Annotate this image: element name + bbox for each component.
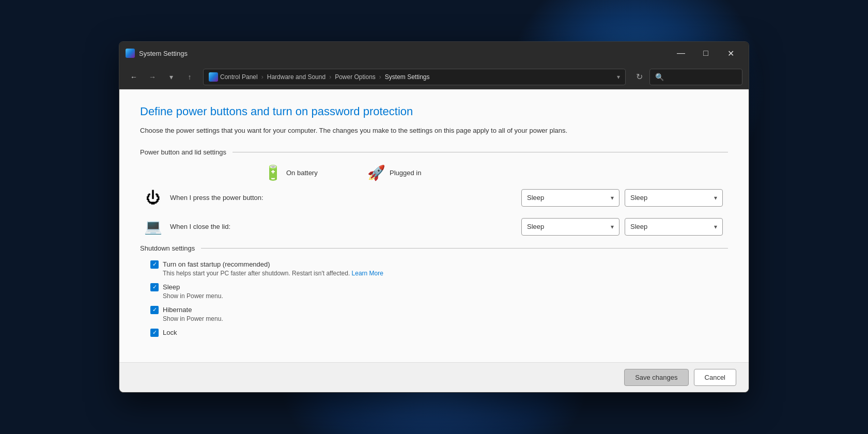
hibernate-row: ✓ Hibernate Show in Power menu. xyxy=(140,306,728,322)
footer: Save changes Cancel xyxy=(119,362,749,392)
lock-checkbox-main: ✓ Lock xyxy=(150,329,728,337)
lid-icon: 💻 xyxy=(144,218,162,235)
shutdown-section-header: Shutdown settings xyxy=(140,244,728,252)
search-icon: 🔍 xyxy=(655,73,664,81)
lid-plugged-dropdown-value: Sleep xyxy=(630,223,714,230)
page-description: Choose the power settings that you want … xyxy=(140,126,728,136)
window-title: System Settings xyxy=(139,50,669,57)
power-battery-dropdown-arrow: ▾ xyxy=(611,194,614,202)
power-plugged-dropdown-value: Sleep xyxy=(630,194,714,202)
save-changes-button[interactable]: Save changes xyxy=(624,369,688,386)
fast-startup-checkbox[interactable]: ✓ xyxy=(150,260,159,269)
page-body: Define power buttons and turn on passwor… xyxy=(119,89,749,362)
lock-row: ✓ Lock xyxy=(140,329,728,338)
sleep-row: ✓ Sleep Show in Power menu. xyxy=(140,283,728,300)
hibernate-checkmark: ✓ xyxy=(152,307,157,313)
power-button-icon-area: ⏻ xyxy=(140,189,166,206)
hibernate-sub: Show in Power menu. xyxy=(163,315,728,322)
power-button-row-label: When I press the power button: xyxy=(166,194,521,202)
fast-startup-checkmark: ✓ xyxy=(152,261,157,267)
power-button-icon: ⏻ xyxy=(146,189,160,206)
power-section-header: Power button and lid settings xyxy=(140,148,728,156)
sleep-checkmark: ✓ xyxy=(152,284,157,290)
window-controls: — □ ✕ xyxy=(669,45,742,61)
app-icon xyxy=(126,49,135,58)
section-divider xyxy=(233,152,728,152)
content-area: Define power buttons and turn on passwor… xyxy=(119,89,749,392)
fast-startup-checkbox-main: ✓ Turn on fast startup (recommended) xyxy=(150,260,728,269)
power-battery-dropdown[interactable]: Sleep ▾ xyxy=(521,189,619,207)
battery-column-label: On battery xyxy=(286,169,318,177)
lock-label: Lock xyxy=(163,329,177,336)
minimize-button[interactable]: — xyxy=(669,45,693,61)
learn-more-link[interactable]: Learn More xyxy=(352,270,383,277)
system-settings-window: System Settings — □ ✕ ← → ▾ ↑ Control Pa… xyxy=(119,41,749,393)
lid-battery-dropdown[interactable]: Sleep ▾ xyxy=(521,218,619,236)
shutdown-section-divider xyxy=(201,248,728,249)
lid-icon-area: 💻 xyxy=(140,218,166,235)
power-plugged-dropdown-arrow: ▾ xyxy=(714,194,717,202)
breadcrumb-sep-3: › xyxy=(379,73,381,81)
plugged-icon: 🚀 xyxy=(367,164,385,181)
plugged-column-label: Plugged in xyxy=(390,169,421,177)
breadcrumb-hardware[interactable]: Hardware and Sound xyxy=(267,73,326,81)
hibernate-label: Hibernate xyxy=(163,306,192,314)
address-bar[interactable]: Control Panel › Hardware and Sound › Pow… xyxy=(203,69,626,85)
breadcrumb-control-panel[interactable]: Control Panel xyxy=(220,73,258,81)
shutdown-section-label: Shutdown settings xyxy=(140,244,195,252)
sleep-checkbox-main: ✓ Sleep xyxy=(150,283,728,291)
fast-startup-sub-text: This helps start your PC faster after sh… xyxy=(163,270,350,277)
breadcrumb-power[interactable]: Power Options xyxy=(335,73,376,81)
forward-button[interactable]: → xyxy=(144,69,161,85)
sleep-checkbox[interactable]: ✓ xyxy=(150,283,159,291)
breadcrumb-sep-2: › xyxy=(329,73,331,81)
recent-locations-button[interactable]: ▾ xyxy=(163,69,179,85)
sleep-label: Sleep xyxy=(163,283,180,291)
fast-startup-label: Turn on fast startup (recommended) xyxy=(163,260,270,268)
page-title: Define power buttons and turn on passwor… xyxy=(140,105,728,118)
back-button[interactable]: ← xyxy=(126,69,142,85)
lock-checkmark: ✓ xyxy=(152,330,157,335)
lid-row-label: When I close the lid: xyxy=(166,223,521,230)
breadcrumb-sep-1: › xyxy=(261,73,264,81)
lid-plugged-dropdown[interactable]: Sleep ▾ xyxy=(625,218,723,236)
sleep-sub: Show in Power menu. xyxy=(163,292,728,300)
lid-close-row: 💻 When I close the lid: Sleep ▾ Sleep ▾ xyxy=(140,215,728,238)
power-button-row: ⏻ When I press the power button: Sleep ▾… xyxy=(140,187,728,209)
up-button[interactable]: ↑ xyxy=(181,69,198,85)
address-dropdown-arrow[interactable]: ▾ xyxy=(617,73,620,81)
hibernate-checkbox[interactable]: ✓ xyxy=(150,306,159,314)
battery-icon: 🔋 xyxy=(264,164,282,181)
power-plugged-dropdown[interactable]: Sleep ▾ xyxy=(625,189,723,207)
lid-plugged-dropdown-arrow: ▾ xyxy=(714,223,717,230)
fast-startup-sub: This helps start your PC faster after sh… xyxy=(163,270,728,277)
title-bar: System Settings — □ ✕ xyxy=(119,42,749,65)
power-section-label: Power button and lid settings xyxy=(140,148,226,156)
navigation-bar: ← → ▾ ↑ Control Panel › Hardware and Sou… xyxy=(119,65,749,89)
plugged-column-header: 🚀 Plugged in xyxy=(367,164,471,181)
close-button[interactable]: ✕ xyxy=(719,45,742,61)
column-headers: 🔋 On battery 🚀 Plugged in xyxy=(140,164,728,181)
cancel-button[interactable]: Cancel xyxy=(694,369,736,386)
search-box[interactable]: 🔍 xyxy=(649,69,742,85)
power-battery-dropdown-value: Sleep xyxy=(527,194,611,202)
fast-startup-row: ✓ Turn on fast startup (recommended) Thi… xyxy=(140,260,728,277)
maximize-button[interactable]: □ xyxy=(694,45,718,61)
hibernate-checkbox-main: ✓ Hibernate xyxy=(150,306,728,314)
refresh-button[interactable]: ↻ xyxy=(631,69,647,85)
breadcrumb-current[interactable]: System Settings xyxy=(385,73,430,81)
battery-column-header: 🔋 On battery xyxy=(264,164,367,181)
lock-checkbox[interactable]: ✓ xyxy=(150,329,159,337)
lid-battery-dropdown-value: Sleep xyxy=(527,223,611,230)
lid-battery-dropdown-arrow: ▾ xyxy=(611,223,614,230)
location-icon xyxy=(209,72,218,82)
